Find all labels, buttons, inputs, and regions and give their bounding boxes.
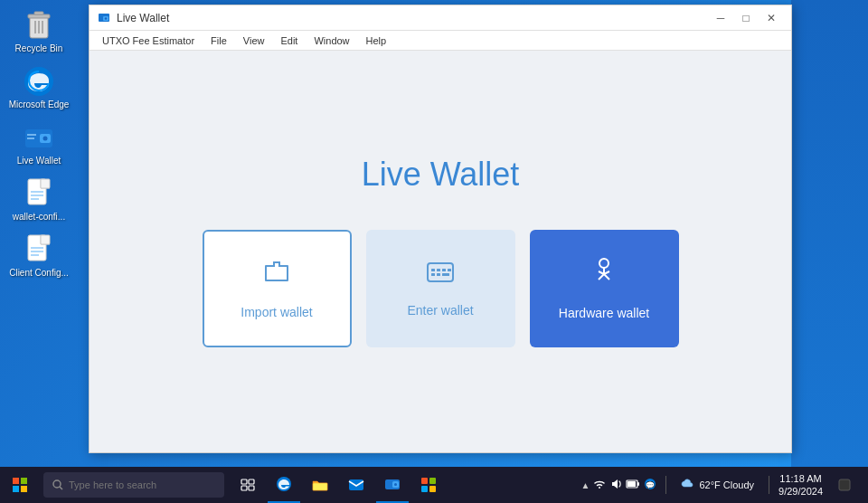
svg-rect-39 xyxy=(13,486,19,492)
svg-point-31 xyxy=(599,259,609,268)
svg-rect-58 xyxy=(637,482,639,486)
tray-wifi-icon[interactable] xyxy=(593,479,606,492)
taskbar-task-view[interactable] xyxy=(231,467,264,503)
live-wallet-desktop-icon xyxy=(23,121,55,154)
svg-rect-53 xyxy=(421,478,428,484)
svg-rect-46 xyxy=(249,486,254,490)
enter-wallet-label: Enter wallet xyxy=(407,303,473,318)
search-icon xyxy=(52,479,63,490)
taskbar-store-icon[interactable] xyxy=(412,467,445,503)
svg-rect-23 xyxy=(428,263,453,281)
desktop: Recycle Bin Microsoft Edge xyxy=(0,0,868,503)
recycle-bin-icon xyxy=(23,9,55,42)
search-input[interactable] xyxy=(69,479,204,490)
svg-rect-26 xyxy=(442,269,446,271)
svg-rect-56 xyxy=(429,486,436,492)
svg-rect-24 xyxy=(431,269,435,271)
menu-utxo[interactable]: UTXO Fee Estimator xyxy=(95,33,202,48)
taskbar-divider2 xyxy=(769,476,769,494)
svg-point-41 xyxy=(53,480,61,488)
menu-help[interactable]: Help xyxy=(359,33,394,48)
hardware-wallet-card[interactable]: Hardware wallet xyxy=(530,230,679,347)
svg-rect-27 xyxy=(431,273,435,276)
taskbar-explorer-icon[interactable] xyxy=(304,467,336,503)
tray-chat-icon[interactable]: 💬 xyxy=(644,478,656,493)
weather-icon xyxy=(681,479,695,491)
svg-text:💬: 💬 xyxy=(646,479,655,489)
window-titlebar: Live Wallet ─ □ ✕ xyxy=(90,5,791,31)
wallet-config1-icon xyxy=(23,177,55,210)
svg-rect-38 xyxy=(21,478,27,484)
tray-battery-icon[interactable] xyxy=(626,479,640,491)
desktop-icons: Recycle Bin Microsoft Edge xyxy=(7,9,71,279)
desktop-icon-wallet-config2[interactable]: Client Config... xyxy=(7,233,71,279)
taskbar-search[interactable] xyxy=(43,472,224,498)
svg-rect-29 xyxy=(442,273,449,276)
window-title: Live Wallet xyxy=(117,12,708,24)
recycle-bin-label: Recycle Bin xyxy=(15,43,63,54)
import-wallet-icon xyxy=(263,259,290,290)
close-button[interactable]: ✕ xyxy=(759,5,784,31)
svg-line-35 xyxy=(599,274,604,280)
taskbar: ▲ xyxy=(0,467,868,503)
weather-text: 62°F Cloudy xyxy=(699,479,754,490)
svg-rect-44 xyxy=(249,479,254,484)
desktop-icon-wallet-config1[interactable]: wallet-confi... xyxy=(7,177,71,223)
weather-display[interactable]: 62°F Cloudy xyxy=(675,479,760,491)
right-sidebar-accent xyxy=(791,0,868,467)
enter-wallet-card[interactable]: Enter wallet xyxy=(366,230,515,347)
maximize-button[interactable]: □ xyxy=(733,5,759,31)
desktop-icon-edge[interactable]: Microsoft Edge xyxy=(7,65,71,110)
live-wallet-desktop-label: Live Wallet xyxy=(17,156,61,166)
svg-rect-2 xyxy=(34,12,43,14)
svg-rect-62 xyxy=(839,479,850,490)
menu-file[interactable]: File xyxy=(203,33,234,48)
menu-edit[interactable]: Edit xyxy=(273,33,305,48)
taskbar-live-wallet-icon[interactable] xyxy=(376,467,409,503)
svg-rect-11 xyxy=(41,179,50,188)
svg-rect-30 xyxy=(448,269,451,271)
edge-label: Microsoft Edge xyxy=(9,100,70,110)
svg-rect-48 xyxy=(313,483,327,490)
svg-point-9 xyxy=(43,137,48,141)
svg-rect-55 xyxy=(421,486,428,492)
svg-rect-25 xyxy=(437,269,440,271)
edge-icon xyxy=(23,65,55,98)
hardware-wallet-icon xyxy=(595,258,613,291)
wallet-config2-icon xyxy=(23,233,55,266)
svg-point-52 xyxy=(394,483,397,486)
wallet-config1-label: wallet-confi... xyxy=(13,212,65,223)
desktop-icon-live-wallet[interactable]: Live Wallet xyxy=(7,121,71,166)
tray-speaker-icon[interactable] xyxy=(609,478,622,493)
menu-view[interactable]: View xyxy=(236,33,272,48)
svg-rect-59 xyxy=(627,481,636,487)
system-tray-icons: ▲ xyxy=(581,478,657,493)
menu-bar: UTXO Fee Estimator File View Edit Window… xyxy=(90,31,791,51)
svg-rect-40 xyxy=(21,486,27,492)
taskbar-edge-icon[interactable] xyxy=(268,467,300,503)
import-wallet-label: Import wallet xyxy=(241,305,312,319)
minimize-button[interactable]: ─ xyxy=(708,5,733,31)
desktop-icon-recycle-bin[interactable]: Recycle Bin xyxy=(7,9,71,54)
svg-rect-45 xyxy=(241,486,247,490)
svg-line-42 xyxy=(60,487,62,489)
svg-rect-43 xyxy=(241,479,247,484)
taskbar-divider xyxy=(665,476,666,494)
tray-up-arrow[interactable]: ▲ xyxy=(581,480,590,490)
app-main-title: Live Wallet xyxy=(362,156,520,194)
svg-rect-49 xyxy=(349,479,363,490)
window-controls: ─ □ ✕ xyxy=(708,5,784,31)
hardware-wallet-label: Hardware wallet xyxy=(559,306,649,320)
svg-rect-1 xyxy=(28,14,50,18)
taskbar-clock[interactable]: 11:18 AM 9/29/2024 xyxy=(778,472,823,498)
taskbar-mail-icon[interactable] xyxy=(340,467,373,503)
notification-button[interactable] xyxy=(828,467,861,503)
window-app-icon xyxy=(97,11,111,25)
start-button[interactable] xyxy=(0,467,40,503)
svg-rect-28 xyxy=(437,273,440,276)
svg-rect-37 xyxy=(13,478,19,484)
import-wallet-card[interactable]: Import wallet xyxy=(203,230,352,347)
clock-time: 11:18 AM xyxy=(779,472,821,485)
svg-rect-16 xyxy=(41,235,50,244)
menu-window[interactable]: Window xyxy=(307,33,356,48)
